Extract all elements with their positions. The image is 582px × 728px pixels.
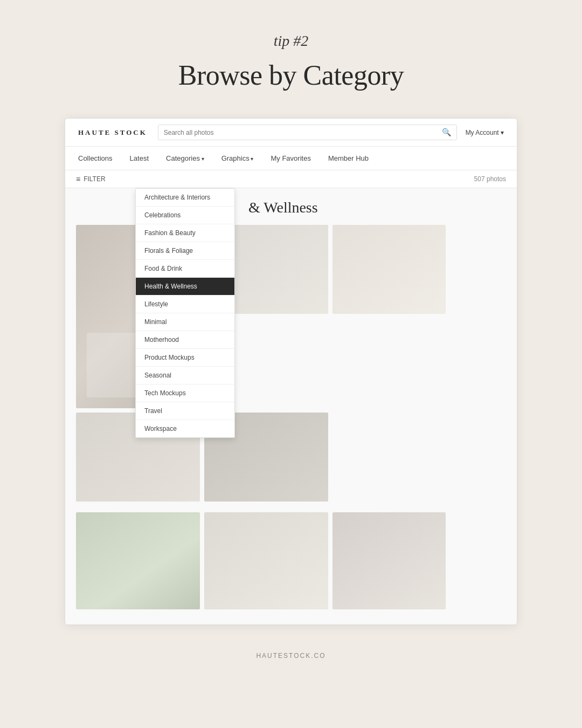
dropdown-item-fashion[interactable]: Fashion & Beauty [136,224,234,242]
dropdown-item-celebrations[interactable]: Celebrations [136,207,234,224]
nav-collections[interactable]: Collections [78,154,113,162]
nav-graphics[interactable]: Graphics [221,154,254,162]
dropdown-item-seasonal[interactable]: Seasonal [136,367,234,384]
dropdown-item-product[interactable]: Product Mockups [136,349,234,367]
search-icon: 🔍 [442,128,451,137]
filter-bar: ≡ FILTER 507 photos [65,170,517,188]
photo-grid-2 [65,512,517,624]
dropdown-item-tech[interactable]: Tech Mockups [136,384,234,402]
search-bar[interactable]: 🔍 [158,125,457,140]
dropdown-item-motherhood[interactable]: Motherhood [136,331,234,349]
category-title: & Wellness [65,188,517,225]
nav-latest[interactable]: Latest [130,154,149,162]
photo-row-3 [76,512,506,609]
dropdown-item-food[interactable]: Food & Drink [136,260,234,278]
dropdown-item-lifestyle[interactable]: Lifestyle [136,296,234,313]
browser-frame: HAUTE STOCK 🔍 My Account ▾ Collections L… [65,118,517,625]
nav-categories[interactable]: Categories [166,154,204,162]
photo-count: 507 photos [474,175,506,183]
my-account-button[interactable]: My Account ▾ [466,129,504,136]
nav-favorites[interactable]: My Favorites [271,154,310,162]
dropdown-item-workspace[interactable]: Workspace [136,420,234,437]
dropdown-item-florals[interactable]: Florals & Foliage [136,242,234,260]
categories-dropdown: Architecture & Interiors Celebrations Fa… [135,188,235,438]
site-logo: HAUTE STOCK [78,128,147,137]
footer-text: HAUTESTOCK.CO [256,652,325,660]
photo-cell-bowl [332,225,446,314]
photo-cell-woman2 [204,512,328,609]
dropdown-item-travel[interactable]: Travel [136,402,234,420]
nav-member-hub[interactable]: Member Hub [328,154,369,162]
photo-cell-kitchen2 [332,512,446,609]
dropdown-item-minimal[interactable]: Minimal [136,313,234,331]
search-input[interactable] [164,129,442,136]
main-title: Browse by Category [178,59,404,91]
filter-button[interactable]: ≡ FILTER [76,175,106,183]
site-header: HAUTE STOCK 🔍 My Account ▾ [65,119,517,147]
tip-label: tip #2 [274,32,309,50]
dropdown-item-health[interactable]: Health & Wellness [136,278,234,296]
photo-cell-greens [76,512,200,609]
filter-icon: ≡ [76,175,80,183]
photo-grid [65,225,517,517]
filter-label: FILTER [84,175,105,183]
dropdown-item-architecture[interactable]: Architecture & Interiors [136,189,234,207]
site-nav: Collections Latest Categories Graphics M… [65,147,517,170]
content-area: & Wellness Arc [65,188,517,624]
